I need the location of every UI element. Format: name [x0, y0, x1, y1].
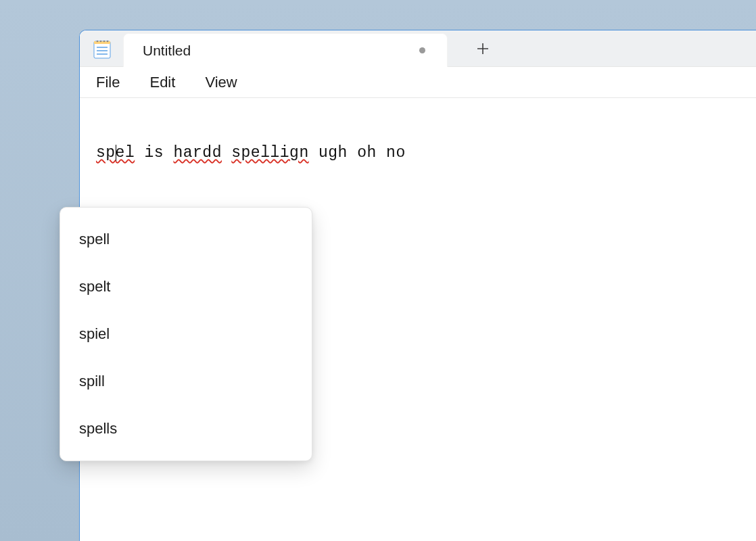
tab-title: Untitled	[143, 43, 191, 59]
text-fragment[interactable]: ugh oh no	[309, 144, 406, 162]
svg-point-5	[97, 40, 99, 42]
tab-bar: Untitled	[80, 30, 756, 67]
spellcheck-suggestion[interactable]: spelt	[60, 263, 312, 310]
menu-view[interactable]: View	[204, 71, 238, 94]
unsaved-indicator-icon	[419, 47, 425, 53]
spellcheck-suggestion[interactable]: spill	[60, 358, 312, 405]
menu-file[interactable]: File	[95, 71, 121, 94]
misspelled-word[interactable]: hardd	[173, 144, 222, 162]
misspelled-word[interactable]: el	[116, 144, 135, 162]
svg-point-7	[103, 40, 105, 42]
text-fragment[interactable]	[222, 144, 231, 162]
spellcheck-suggestion[interactable]: spiel	[60, 310, 312, 358]
spellcheck-context-menu: spellspeltspielspillspells	[60, 207, 312, 461]
misspelled-word[interactable]: sp	[96, 144, 116, 162]
document-tab[interactable]: Untitled	[123, 33, 448, 67]
text-fragment[interactable]: is	[135, 144, 173, 162]
text-editor[interactable]: spel is hardd spellign ugh oh no	[80, 98, 756, 178]
svg-point-8	[107, 40, 109, 42]
menu-edit[interactable]: Edit	[148, 71, 176, 94]
spellcheck-suggestion[interactable]: spell	[60, 216, 312, 263]
text-line[interactable]: spel is hardd spellign ugh oh no	[96, 144, 740, 162]
menu-bar: File Edit View	[80, 67, 756, 98]
svg-point-6	[100, 40, 102, 42]
app-icon	[93, 39, 111, 59]
new-tab-button[interactable]	[467, 32, 499, 65]
misspelled-word[interactable]: spellign	[231, 144, 308, 162]
spellcheck-suggestion[interactable]: spells	[60, 405, 312, 452]
